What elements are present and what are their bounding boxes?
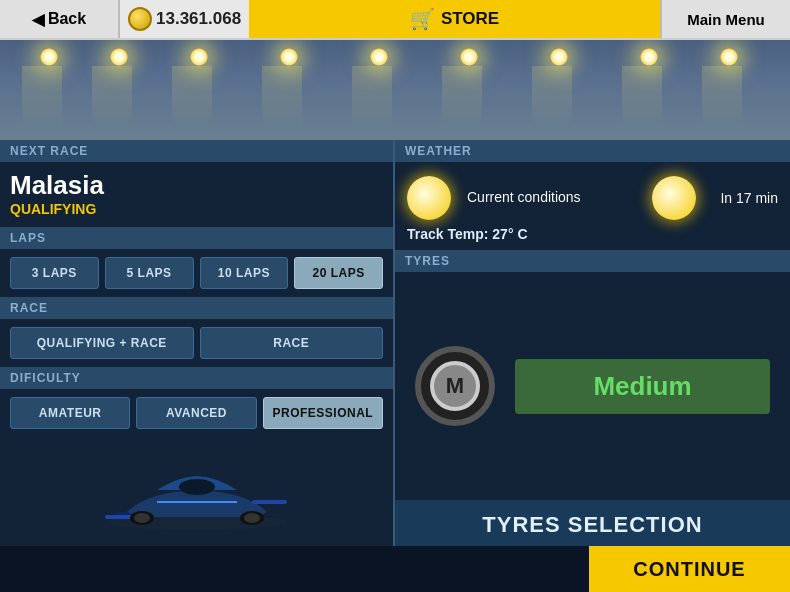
- current-conditions-text: Current conditions: [467, 188, 581, 208]
- tyres-label: TYRES: [395, 250, 790, 272]
- in-time-text: In 17 min: [720, 190, 778, 206]
- tyre-letter: M: [446, 373, 464, 399]
- laps-10-button[interactable]: 10 LAPS: [200, 257, 289, 289]
- stadium-light: [280, 48, 298, 66]
- light-beam: [92, 66, 132, 126]
- light-beam: [622, 66, 662, 126]
- tyre-icon: M: [415, 346, 495, 426]
- continue-button[interactable]: CONTINUE: [589, 546, 790, 592]
- stadium-light: [460, 48, 478, 66]
- sun-icon-future: [652, 176, 696, 220]
- main-menu-button[interactable]: Main Menu: [660, 0, 790, 38]
- tyre-name-display: Medium: [515, 359, 770, 414]
- stadium-light: [720, 48, 738, 66]
- stadium-light: [370, 48, 388, 66]
- next-race-section: Malasia QUALIFYING: [0, 162, 393, 227]
- laps-5-button[interactable]: 5 LAPS: [105, 257, 194, 289]
- light-beam: [532, 66, 572, 126]
- light-beam: [172, 66, 212, 126]
- tyre-inner: M: [430, 361, 480, 411]
- track-temp-text: Track Temp: 27° C: [407, 226, 778, 242]
- light-beam: [442, 66, 482, 126]
- tyre-display: M Medium: [395, 272, 790, 500]
- back-button[interactable]: ◀ Back: [0, 0, 120, 38]
- car-image: [97, 462, 297, 542]
- light-beam: [22, 66, 62, 126]
- light-beam: [352, 66, 392, 126]
- tyres-section: M Medium TYRES SELECTION: [395, 272, 790, 550]
- race-label: RACE: [0, 297, 393, 319]
- laps-3-button[interactable]: 3 LAPS: [10, 257, 99, 289]
- stadium-background: [0, 40, 790, 140]
- store-label: STORE: [441, 9, 499, 29]
- stadium-light: [110, 48, 128, 66]
- professional-button[interactable]: PROFESSIONAL: [263, 397, 383, 429]
- back-label: Back: [48, 10, 86, 28]
- svg-rect-2: [252, 500, 287, 504]
- stadium-light: [550, 48, 568, 66]
- coin-icon: [128, 7, 152, 31]
- laps-20-button[interactable]: 20 LAPS: [294, 257, 383, 289]
- store-button[interactable]: 🛒 STORE: [249, 0, 660, 38]
- continue-label: CONTINUE: [633, 558, 745, 581]
- next-race-label: NEXT RACE: [0, 140, 393, 162]
- main-content: NEXT RACE Malasia QUALIFYING LAPS 3 LAPS…: [0, 140, 790, 550]
- right-panel: WEATHER Current conditions In 17 min Tra…: [395, 140, 790, 550]
- left-panel: NEXT RACE Malasia QUALIFYING LAPS 3 LAPS…: [0, 140, 395, 550]
- weather-label: WEATHER: [395, 140, 790, 162]
- race-btn-group: QUALIFYING + RACE RACE: [0, 319, 393, 367]
- cart-icon: 🛒: [410, 7, 435, 31]
- sun-icon-current: [407, 176, 451, 220]
- bottom-bar: [0, 546, 590, 592]
- race-type-badge: QUALIFYING: [10, 201, 383, 217]
- qualifying-race-button[interactable]: QUALIFYING + RACE: [10, 327, 194, 359]
- difficulty-label: DIFICULTY: [0, 367, 393, 389]
- main-menu-label: Main Menu: [687, 11, 765, 28]
- svg-point-3: [179, 479, 215, 495]
- balance-display: 13.361.068: [156, 9, 241, 29]
- weather-section: Current conditions In 17 min Track Temp:…: [395, 162, 790, 250]
- back-arrow-icon: ◀: [32, 10, 44, 29]
- top-bar: ◀ Back 13.361.068 🛒 STORE Main Menu: [0, 0, 790, 40]
- laps-btn-group: 3 LAPS 5 LAPS 10 LAPS 20 LAPS: [0, 249, 393, 297]
- weather-row: Current conditions In 17 min: [407, 176, 778, 220]
- stadium-light: [640, 48, 658, 66]
- stadium-light: [190, 48, 208, 66]
- difficulty-btn-group: AMATEUR AVANCED PROFESSIONAL: [0, 389, 393, 437]
- race-button[interactable]: RACE: [200, 327, 384, 359]
- tyres-selection-label: TYRES SELECTION: [395, 500, 790, 550]
- race-name: Malasia: [10, 170, 383, 201]
- laps-label: LAPS: [0, 227, 393, 249]
- stadium-light: [40, 48, 58, 66]
- svg-point-7: [244, 513, 260, 523]
- light-beam: [702, 66, 742, 126]
- advanced-button[interactable]: AVANCED: [136, 397, 256, 429]
- svg-point-5: [134, 513, 150, 523]
- amateur-button[interactable]: AMATEUR: [10, 397, 130, 429]
- coin-area: 13.361.068: [120, 7, 249, 31]
- light-beam: [262, 66, 302, 126]
